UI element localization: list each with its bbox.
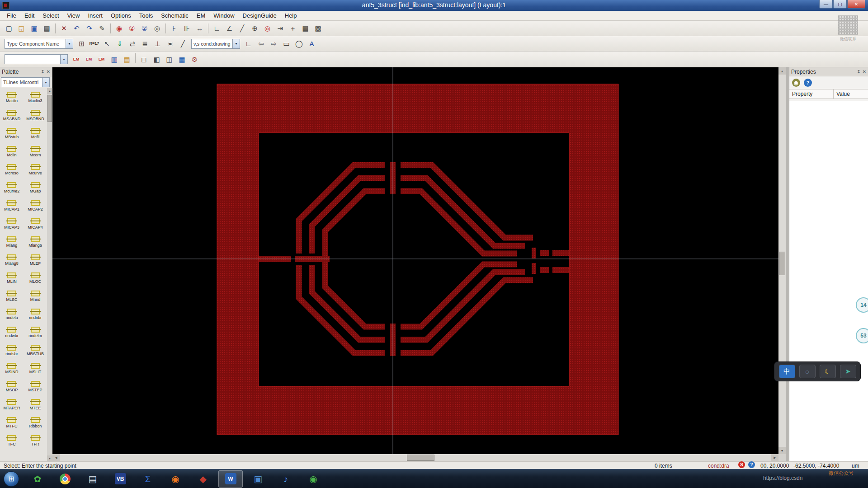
scrollbar-thumb[interactable] (779, 252, 785, 275)
palette-item-mtfc[interactable]: MTFC (0, 413, 24, 432)
palette-item-mrstub[interactable]: MRSTUB (24, 341, 47, 359)
scrollbar-thumb[interactable] (407, 455, 434, 461)
new-file-button[interactable]: ▢ (3, 22, 15, 34)
menu-item-window[interactable]: Window (209, 11, 238, 20)
grid-display-button[interactable]: ▩ (312, 22, 324, 34)
palette-item-mloc[interactable]: MLOC (24, 269, 47, 287)
help-icon[interactable]: ? (804, 79, 812, 87)
palette-item-mtaper[interactable]: MTAPER (0, 395, 24, 413)
palette-item-msind[interactable]: MSIND (0, 359, 24, 377)
floating-badge-1[interactable]: 14 (856, 297, 868, 313)
taskbar-chrome[interactable] (53, 470, 77, 488)
palette-item-mcorn[interactable]: Mcorn (24, 142, 47, 160)
taskbar-media-app[interactable]: ♪ (274, 470, 298, 488)
close-icon[interactable]: ✕ (47, 69, 50, 74)
palette-item-mcurve[interactable]: Mcurve (24, 160, 47, 178)
scroll-right-icon[interactable]: ▶ (771, 454, 778, 461)
taskbar-vb-editor[interactable]: VB (108, 470, 132, 488)
insert-ground-button[interactable]: ⊥ (151, 38, 164, 50)
close-icon[interactable]: ✕ (863, 69, 866, 74)
canvas-horizontal-scrollbar[interactable]: ◀ ▶ (52, 454, 778, 461)
menu-item-file[interactable]: File (3, 11, 20, 20)
ime-icon[interactable]: S (738, 461, 745, 468)
save-design-button[interactable]: ▣ (28, 22, 40, 34)
align-items-button[interactable]: ≍ (164, 38, 176, 50)
outline-right-button[interactable]: ⇨ (268, 38, 280, 50)
palette-item-rindwbr[interactable]: rindwbr (0, 323, 24, 341)
layer-select[interactable]: v,s cond:drawing ▼ (191, 39, 240, 49)
insert-instance-button[interactable]: ⇓ (113, 38, 126, 50)
share-button[interactable]: ➤ (840, 365, 856, 378)
layer-viewer-button[interactable]: ▥ (108, 53, 120, 66)
layout-canvas[interactable]: ▲ ▼ ◀ ▶ (52, 67, 786, 461)
palette-item-mcfil[interactable]: Mcfil (24, 124, 47, 142)
chevron-down-icon[interactable]: ▼ (232, 39, 240, 48)
palette-item-mstep[interactable]: MSTEP (24, 377, 47, 395)
palette-item-msabnd[interactable]: MSABND (0, 106, 24, 124)
menu-item-tools[interactable]: Tools (135, 11, 157, 20)
palette-item-mlang[interactable]: Mlang (0, 233, 24, 251)
palette-scrollbar[interactable]: ▲ ▼ (47, 88, 52, 461)
move-endpoint-button[interactable]: ⇥ (274, 22, 286, 34)
dock-pin-icon[interactable]: ↧ (857, 69, 860, 74)
preview-3d-button[interactable]: ◻ (138, 53, 150, 66)
palette-item-micap3[interactable]: MICAP3 (0, 215, 24, 233)
canvas-vertical-scrollbar[interactable]: ▲ ▼ (778, 67, 786, 454)
snap-to-pin-button[interactable]: ⊕ (249, 22, 261, 34)
palette-item-mslit[interactable]: MSLIT (24, 359, 47, 377)
taskbar-notes-app[interactable]: ▤ (80, 470, 105, 488)
em-data-display-button[interactable]: ▦ (176, 53, 188, 66)
menu-item-insert[interactable]: Insert (84, 11, 107, 20)
pin-properties-button[interactable]: ↖ (101, 38, 113, 50)
taskbar-ads-main-window[interactable]: W (218, 470, 243, 488)
scroll-left-icon[interactable]: ◀ (52, 454, 60, 461)
outline-left-button[interactable]: ⇦ (255, 38, 267, 50)
text-tool-button[interactable]: A (306, 38, 318, 50)
insert-pin-button[interactable]: ◉ (113, 22, 125, 34)
scroll-down-icon[interactable]: ▼ (778, 447, 786, 454)
chevron-down-icon[interactable]: ▼ (66, 39, 73, 48)
em-simulate-button[interactable]: EM (95, 53, 108, 66)
night-mode-button[interactable]: ☾ (820, 365, 836, 378)
em-cosimulation-button[interactable]: EM (70, 53, 82, 66)
insert-port-button[interactable]: ⊦ (168, 22, 180, 34)
palette-item-mrind[interactable]: Mrind (24, 287, 47, 305)
taskbar-orange-app[interactable]: ◉ (163, 470, 188, 488)
palette-item-ribbon[interactable]: Ribbon (24, 413, 47, 432)
palette-item-mlang8[interactable]: Mlang8 (0, 251, 24, 269)
close-button[interactable]: ✕ (847, 0, 865, 9)
menu-item-schematic[interactable]: Schematic (157, 11, 193, 20)
palette-item-rindelm[interactable]: rindelm (24, 323, 47, 341)
palette-item-mcroso[interactable]: Mcroso (0, 160, 24, 178)
chevron-down-icon[interactable]: ▼ (60, 55, 67, 64)
undo-button[interactable]: ↶ (71, 22, 83, 34)
view-3d-button[interactable]: ◧ (151, 53, 163, 66)
taskbar-security-app[interactable]: ▣ (246, 470, 270, 488)
record-button[interactable]: ◌ (799, 365, 816, 378)
palette-item-micap1[interactable]: MICAP1 (0, 197, 24, 215)
palette-item-micap2[interactable]: MICAP2 (24, 197, 47, 215)
menu-item-em[interactable]: EM (193, 11, 210, 20)
palette-category-select[interactable]: TLines-Microstri ▼ (1, 77, 50, 87)
print-button[interactable]: ▤ (41, 22, 53, 34)
palette-item-tfr[interactable]: TFR (24, 432, 47, 450)
palette-item-mgap[interactable]: MGap (24, 178, 47, 197)
route-45-button[interactable]: ∠ (223, 22, 236, 34)
palette-item-tfc[interactable]: TFC (0, 432, 24, 450)
palette-item-maclin[interactable]: Maclin (0, 88, 24, 106)
translate-button[interactable]: 中 (779, 365, 795, 378)
taskbar-sigma-app[interactable]: Σ (136, 470, 160, 488)
palette-item-rindsbr[interactable]: rindsbr (0, 341, 24, 359)
palette-item-mbstub[interactable]: MBstub (0, 124, 24, 142)
palette-item-mlef[interactable]: MLEF (24, 251, 47, 269)
zoom-area-button[interactable]: ◎ (151, 22, 163, 34)
em-setup-button[interactable]: EM (83, 53, 95, 66)
scroll-up-icon[interactable]: ▲ (778, 67, 786, 75)
component-preset-button[interactable]: R=17 (88, 38, 100, 50)
dock-pin-icon[interactable]: ↧ (41, 69, 44, 74)
component-name-combo[interactable]: Type Component Name ▼ (5, 39, 73, 49)
palette-item-mlang6[interactable]: Mlang6 (24, 233, 47, 251)
palette-item-maclin3[interactable]: Maclin3 (24, 88, 47, 106)
component-library-button[interactable]: ⊞ (75, 38, 88, 50)
palette-item-mlsc[interactable]: MLSC (0, 287, 24, 305)
